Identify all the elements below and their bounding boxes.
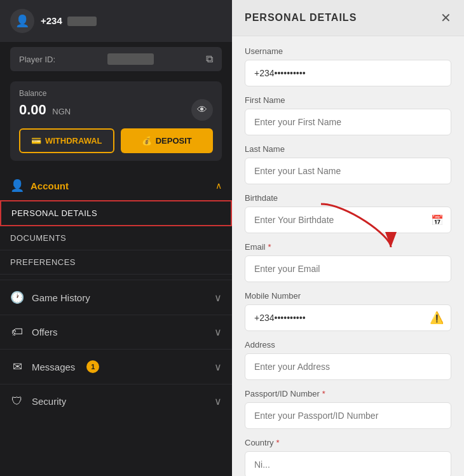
- birthdate-field-group: Birthdate 📅: [245, 193, 451, 233]
- messages-badge: 1: [86, 360, 99, 373]
- address-input[interactable]: [245, 353, 451, 380]
- firstname-input[interactable]: [245, 109, 451, 135]
- offers-label: Offers: [32, 327, 58, 337]
- calendar-icon: 📅: [431, 214, 444, 226]
- firstname-field-group: First Name: [245, 95, 451, 135]
- user-icon: 👤: [15, 14, 29, 28]
- security-label: Security: [32, 396, 66, 407]
- player-id-bar: Player ID: •••••••• ⧉: [10, 47, 222, 71]
- messages-label: Messages: [32, 362, 75, 372]
- account-submenu: PERSONAL DETAILS DOCUMENTS PREFERENCES: [0, 200, 232, 275]
- submenu-item-documents[interactable]: DOCUMENTS: [0, 226, 232, 250]
- country-input[interactable]: [245, 451, 451, 476]
- lastname-input[interactable]: [245, 158, 451, 184]
- firstname-label: First Name: [245, 95, 451, 105]
- submenu-item-personal-details[interactable]: PERSONAL DETAILS: [0, 200, 232, 226]
- panel-title: PERSONAL DETAILS: [245, 12, 357, 24]
- birthdate-input[interactable]: [245, 207, 451, 233]
- balance-amount: 0.00: [19, 102, 46, 118]
- eye-icon[interactable]: 👁: [191, 99, 213, 121]
- game-history-label: Game History: [32, 292, 90, 303]
- email-field-group: Email *: [245, 242, 451, 282]
- warning-icon: ⚠️: [430, 311, 444, 325]
- player-id-label: Player ID:: [19, 55, 55, 64]
- offers-chevron-icon: ∨: [214, 326, 222, 338]
- passport-input[interactable]: [245, 402, 451, 429]
- mobile-wrapper: ⚠️: [245, 304, 451, 331]
- right-panel: PERSONAL DETAILS ✕ Username First Name L…: [232, 0, 464, 476]
- username-input[interactable]: [245, 60, 451, 86]
- game-history-icon: 🕐: [10, 290, 24, 304]
- passport-label: Passport/ID Number *: [245, 389, 451, 398]
- country-field-group: Country *: [245, 438, 451, 476]
- withdrawal-icon: 💳: [31, 136, 41, 146]
- country-label: Country *: [245, 438, 451, 447]
- address-field-group: Address: [245, 340, 451, 380]
- deposit-label: DEPOSIT: [156, 136, 192, 146]
- mobile-input[interactable]: [245, 304, 451, 331]
- passport-field-group: Passport/ID Number *: [245, 389, 451, 429]
- deposit-button[interactable]: 💰 DEPOSIT: [121, 128, 214, 153]
- account-section: 👤 Account ∧ PERSONAL DETAILS DOCUMENTS P…: [0, 171, 232, 275]
- user-header: 👤 +234 ••••••••••: [0, 0, 232, 42]
- user-phone: +234: [41, 15, 62, 26]
- security-chevron-icon: ∨: [214, 395, 222, 407]
- messages-menu-item[interactable]: ✉ Messages 1 ∨: [0, 349, 232, 384]
- player-id-value: ••••••••: [107, 53, 154, 65]
- avatar: 👤: [10, 9, 34, 33]
- security-menu-item[interactable]: 🛡 Security ∨: [0, 384, 232, 418]
- messages-icon: ✉: [10, 360, 24, 374]
- balance-section: Balance 0.00 NGN 👁 💳 WITHDRAWAL 💰 DEPOSI…: [10, 81, 222, 161]
- close-icon[interactable]: ✕: [440, 10, 451, 25]
- submenu-item-preferences[interactable]: PREFERENCES: [0, 250, 232, 275]
- username-label: Username: [245, 46, 451, 56]
- offers-icon: 🏷: [10, 325, 24, 339]
- panel-header: PERSONAL DETAILS ✕: [232, 0, 464, 36]
- game-history-menu-item[interactable]: 🕐 Game History ∨: [0, 280, 232, 315]
- lastname-label: Last Name: [245, 144, 451, 154]
- security-icon: 🛡: [10, 395, 24, 408]
- country-required-star: *: [276, 438, 280, 447]
- username-field-group: Username: [245, 46, 451, 86]
- mobile-label: Mobile Number: [245, 291, 451, 301]
- birthdate-wrapper: 📅: [245, 207, 451, 233]
- account-chevron-icon: ∧: [215, 180, 222, 191]
- email-required-star: *: [268, 242, 271, 252]
- panel-content: Username First Name Last Name Birthdate …: [232, 36, 464, 476]
- address-label: Address: [245, 340, 451, 350]
- balance-currency: NGN: [52, 107, 71, 116]
- withdrawal-label: WITHDRAWAL: [45, 136, 102, 146]
- messages-chevron-icon: ∨: [214, 361, 222, 373]
- copy-icon[interactable]: ⧉: [206, 53, 213, 65]
- birthdate-label: Birthdate: [245, 193, 451, 203]
- account-menu-header[interactable]: 👤 Account ∧: [0, 171, 232, 200]
- passport-required-star: *: [322, 389, 325, 398]
- email-input[interactable]: [245, 255, 451, 282]
- account-label: Account: [31, 180, 69, 191]
- game-history-chevron-icon: ∨: [214, 292, 222, 304]
- deposit-icon: 💰: [142, 136, 152, 146]
- mobile-field-group: Mobile Number ⚠️: [245, 291, 451, 331]
- account-icon: 👤: [10, 179, 24, 193]
- email-label: Email *: [245, 242, 451, 252]
- withdrawal-button[interactable]: 💳 WITHDRAWAL: [19, 128, 114, 153]
- balance-label: Balance: [19, 89, 213, 98]
- user-name-blur: ••••••••••: [67, 17, 97, 26]
- lastname-field-group: Last Name: [245, 144, 451, 184]
- left-panel: 👤 +234 •••••••••• Player ID: •••••••• ⧉ …: [0, 0, 232, 476]
- offers-menu-item[interactable]: 🏷 Offers ∨: [0, 315, 232, 349]
